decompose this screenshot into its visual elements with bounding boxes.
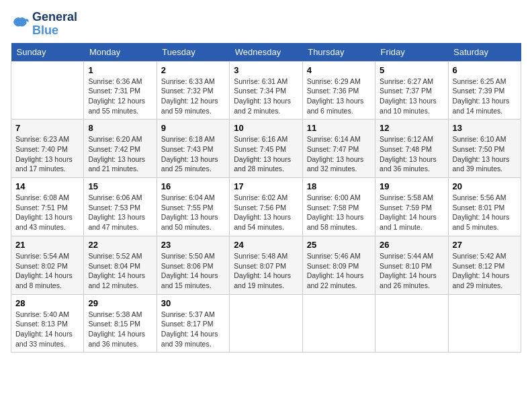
page-header: General Blue — [11, 11, 521, 38]
day-detail: Sunrise: 5:37 AM Sunset: 8:17 PM Dayligh… — [161, 310, 225, 349]
calendar-cell: 25Sunrise: 5:46 AM Sunset: 8:09 PM Dayli… — [302, 236, 375, 294]
day-number: 19 — [380, 181, 443, 191]
calendar-table: SundayMondayTuesdayWednesdayThursdayFrid… — [11, 43, 521, 353]
day-number: 27 — [453, 240, 517, 250]
day-number: 10 — [234, 123, 298, 133]
day-number: 11 — [307, 123, 371, 133]
day-number: 30 — [161, 298, 225, 308]
day-detail: Sunrise: 5:38 AM Sunset: 8:15 PM Dayligh… — [88, 310, 152, 349]
day-number: 6 — [453, 65, 517, 75]
calendar-cell — [302, 294, 375, 353]
day-detail: Sunrise: 6:31 AM Sunset: 7:34 PM Dayligh… — [234, 77, 298, 116]
weekday-header-row: SundayMondayTuesdayWednesdayThursdayFrid… — [11, 43, 521, 62]
calendar-cell: 1Sunrise: 6:36 AM Sunset: 7:31 PM Daylig… — [84, 61, 157, 120]
day-number: 4 — [307, 65, 371, 75]
day-number: 14 — [15, 181, 79, 191]
week-row-3: 21Sunrise: 5:54 AM Sunset: 8:02 PM Dayli… — [11, 236, 521, 294]
week-row-1: 7Sunrise: 6:23 AM Sunset: 7:40 PM Daylig… — [11, 120, 521, 178]
calendar-cell: 28Sunrise: 5:40 AM Sunset: 8:13 PM Dayli… — [11, 294, 84, 353]
calendar-cell: 3Sunrise: 6:31 AM Sunset: 7:34 PM Daylig… — [230, 61, 302, 120]
day-number: 9 — [161, 123, 225, 133]
day-number: 26 — [380, 240, 443, 250]
day-detail: Sunrise: 6:27 AM Sunset: 7:37 PM Dayligh… — [380, 77, 443, 116]
calendar-cell — [11, 61, 84, 120]
day-number: 15 — [88, 181, 152, 191]
day-number: 28 — [15, 298, 79, 308]
day-number: 7 — [15, 123, 79, 133]
day-number: 23 — [161, 240, 225, 250]
weekday-header-tuesday: Tuesday — [157, 43, 229, 62]
calendar-cell: 24Sunrise: 5:48 AM Sunset: 8:07 PM Dayli… — [230, 236, 302, 294]
day-detail: Sunrise: 6:36 AM Sunset: 7:31 PM Dayligh… — [88, 77, 152, 116]
day-detail: Sunrise: 6:20 AM Sunset: 7:42 PM Dayligh… — [88, 134, 152, 174]
week-row-2: 14Sunrise: 6:08 AM Sunset: 7:51 PM Dayli… — [11, 178, 521, 236]
day-number: 22 — [88, 240, 152, 250]
calendar-cell: 19Sunrise: 5:58 AM Sunset: 7:59 PM Dayli… — [375, 178, 448, 236]
day-number: 24 — [234, 240, 298, 250]
day-detail: Sunrise: 6:00 AM Sunset: 7:58 PM Dayligh… — [307, 193, 371, 232]
day-detail: Sunrise: 6:08 AM Sunset: 7:51 PM Dayligh… — [15, 193, 79, 232]
calendar-cell: 22Sunrise: 5:52 AM Sunset: 8:04 PM Dayli… — [84, 236, 157, 294]
day-detail: Sunrise: 6:02 AM Sunset: 7:56 PM Dayligh… — [234, 193, 298, 232]
day-detail: Sunrise: 6:18 AM Sunset: 7:43 PM Dayligh… — [161, 134, 225, 174]
calendar-cell: 9Sunrise: 6:18 AM Sunset: 7:43 PM Daylig… — [157, 120, 229, 178]
calendar-cell: 2Sunrise: 6:33 AM Sunset: 7:32 PM Daylig… — [157, 61, 229, 120]
weekday-header-monday: Monday — [84, 43, 157, 62]
logo-icon — [11, 15, 30, 34]
calendar-cell: 18Sunrise: 6:00 AM Sunset: 7:58 PM Dayli… — [302, 178, 375, 236]
day-detail: Sunrise: 5:40 AM Sunset: 8:13 PM Dayligh… — [15, 310, 79, 349]
calendar-cell: 7Sunrise: 6:23 AM Sunset: 7:40 PM Daylig… — [11, 120, 84, 178]
calendar-cell: 13Sunrise: 6:10 AM Sunset: 7:50 PM Dayli… — [448, 120, 521, 178]
day-detail: Sunrise: 5:54 AM Sunset: 8:02 PM Dayligh… — [15, 251, 79, 291]
day-number: 29 — [88, 298, 152, 308]
day-number: 5 — [380, 65, 443, 75]
day-number: 25 — [307, 240, 371, 250]
weekday-header-wednesday: Wednesday — [230, 43, 302, 62]
day-detail: Sunrise: 6:06 AM Sunset: 7:53 PM Dayligh… — [88, 193, 152, 232]
day-detail: Sunrise: 6:23 AM Sunset: 7:40 PM Dayligh… — [15, 134, 79, 174]
day-detail: Sunrise: 5:42 AM Sunset: 8:12 PM Dayligh… — [453, 251, 517, 291]
day-detail: Sunrise: 5:50 AM Sunset: 8:06 PM Dayligh… — [161, 251, 225, 291]
weekday-header-friday: Friday — [375, 43, 448, 62]
day-detail: Sunrise: 5:58 AM Sunset: 7:59 PM Dayligh… — [380, 193, 443, 232]
day-number: 1 — [88, 65, 152, 75]
day-detail: Sunrise: 5:48 AM Sunset: 8:07 PM Dayligh… — [234, 251, 298, 291]
calendar-cell: 16Sunrise: 6:04 AM Sunset: 7:55 PM Dayli… — [157, 178, 229, 236]
calendar-cell — [448, 294, 521, 353]
day-detail: Sunrise: 5:44 AM Sunset: 8:10 PM Dayligh… — [380, 251, 443, 291]
calendar-cell — [375, 294, 448, 353]
day-number: 21 — [15, 240, 79, 250]
day-number: 13 — [453, 123, 517, 133]
calendar-cell: 14Sunrise: 6:08 AM Sunset: 7:51 PM Dayli… — [11, 178, 84, 236]
day-detail: Sunrise: 6:14 AM Sunset: 7:47 PM Dayligh… — [307, 134, 371, 174]
day-number: 18 — [307, 181, 371, 191]
calendar-cell: 8Sunrise: 6:20 AM Sunset: 7:42 PM Daylig… — [84, 120, 157, 178]
calendar-cell — [230, 294, 302, 353]
weekday-header-thursday: Thursday — [302, 43, 375, 62]
day-number: 20 — [453, 181, 517, 191]
calendar-cell: 6Sunrise: 6:25 AM Sunset: 7:39 PM Daylig… — [448, 61, 521, 120]
day-number: 17 — [234, 181, 298, 191]
day-number: 12 — [380, 123, 443, 133]
day-number: 2 — [161, 65, 225, 75]
week-row-0: 1Sunrise: 6:36 AM Sunset: 7:31 PM Daylig… — [11, 61, 521, 120]
logo: General Blue — [11, 11, 77, 38]
calendar-cell: 30Sunrise: 5:37 AM Sunset: 8:17 PM Dayli… — [157, 294, 229, 353]
day-number: 8 — [88, 123, 152, 133]
day-detail: Sunrise: 5:46 AM Sunset: 8:09 PM Dayligh… — [307, 251, 371, 291]
day-detail: Sunrise: 6:12 AM Sunset: 7:48 PM Dayligh… — [380, 134, 443, 174]
day-detail: Sunrise: 6:33 AM Sunset: 7:32 PM Dayligh… — [161, 77, 225, 116]
calendar-cell: 21Sunrise: 5:54 AM Sunset: 8:02 PM Dayli… — [11, 236, 84, 294]
week-row-4: 28Sunrise: 5:40 AM Sunset: 8:13 PM Dayli… — [11, 294, 521, 353]
weekday-header-sunday: Sunday — [11, 43, 84, 62]
calendar-cell: 10Sunrise: 6:16 AM Sunset: 7:45 PM Dayli… — [230, 120, 302, 178]
calendar-cell: 26Sunrise: 5:44 AM Sunset: 8:10 PM Dayli… — [375, 236, 448, 294]
day-detail: Sunrise: 6:04 AM Sunset: 7:55 PM Dayligh… — [161, 193, 225, 232]
day-number: 3 — [234, 65, 298, 75]
day-detail: Sunrise: 5:56 AM Sunset: 8:01 PM Dayligh… — [453, 193, 517, 232]
calendar-cell: 23Sunrise: 5:50 AM Sunset: 8:06 PM Dayli… — [157, 236, 229, 294]
calendar-cell: 27Sunrise: 5:42 AM Sunset: 8:12 PM Dayli… — [448, 236, 521, 294]
calendar-cell: 12Sunrise: 6:12 AM Sunset: 7:48 PM Dayli… — [375, 120, 448, 178]
calendar-cell: 29Sunrise: 5:38 AM Sunset: 8:15 PM Dayli… — [84, 294, 157, 353]
calendar-cell: 11Sunrise: 6:14 AM Sunset: 7:47 PM Dayli… — [302, 120, 375, 178]
